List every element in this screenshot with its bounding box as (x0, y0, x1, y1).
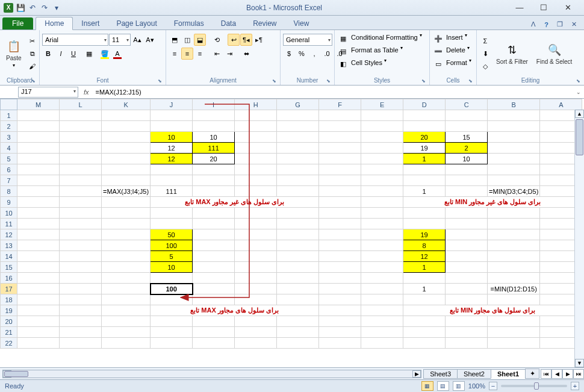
tab-nav-prev-icon[interactable]: ◀ (551, 369, 562, 379)
cell-C15[interactable] (446, 262, 488, 273)
cell-K6[interactable] (102, 164, 151, 175)
underline-button[interactable]: U (67, 48, 79, 60)
cell-F6[interactable] (319, 164, 361, 175)
cell-E14[interactable] (361, 251, 403, 262)
cell-J12[interactable]: 50 (151, 229, 193, 240)
cell-F17[interactable] (319, 284, 361, 294)
cell-J16[interactable] (151, 273, 193, 284)
cell-F5[interactable] (319, 154, 361, 164)
cell-F7[interactable] (319, 175, 361, 186)
normal-view-icon[interactable]: ▦ (421, 381, 433, 391)
tab-page-layout[interactable]: Page Layout (108, 17, 165, 30)
cell-I4[interactable]: 111 (193, 143, 235, 154)
undo-icon[interactable]: ↶ (28, 3, 37, 13)
tab-review[interactable]: Review (244, 17, 285, 30)
close-button[interactable]: ✕ (558, 2, 578, 14)
cell-D3[interactable]: 20 (403, 132, 446, 143)
ltr-icon[interactable]: ▸¶ (253, 34, 265, 46)
cell-D14[interactable]: 12 (403, 251, 446, 262)
format-cells-button[interactable]: ▭Format▾ (432, 58, 471, 70)
cell-G1[interactable] (277, 110, 319, 121)
cell-K10[interactable] (102, 208, 151, 219)
cell-F10[interactable] (319, 208, 361, 219)
cell-G15[interactable] (277, 262, 319, 273)
cell-C7[interactable] (446, 175, 488, 186)
autosum-icon[interactable]: Σ (479, 35, 491, 47)
cell-E17[interactable] (361, 284, 403, 294)
row-header-19[interactable]: 19 (1, 305, 17, 316)
cell-B18[interactable] (488, 294, 540, 305)
cell-J10[interactable] (151, 208, 193, 219)
cell-C14[interactable] (446, 251, 488, 262)
cell-G13[interactable] (277, 240, 319, 251)
column-header-M[interactable]: M (17, 99, 60, 110)
cell-F15[interactable] (319, 262, 361, 273)
cell-I10[interactable] (193, 208, 235, 219)
tab-data[interactable]: Data (213, 17, 244, 30)
cell-H18[interactable] (235, 294, 277, 305)
cell-E7[interactable] (361, 175, 403, 186)
cell-C1[interactable] (446, 110, 488, 121)
row-header-7[interactable]: 7 (1, 175, 17, 186)
increase-indent-icon[interactable]: ⇥ (223, 48, 235, 60)
row-header-16[interactable]: 16 (1, 273, 17, 284)
cell-D9[interactable]: تابع MIN برای سلول های غیر مجاور (403, 197, 582, 208)
zoom-thumb[interactable] (534, 382, 539, 390)
cell-H2[interactable] (235, 121, 277, 132)
cell-I11[interactable] (193, 219, 235, 229)
align-bottom-icon[interactable]: ⬓ (194, 34, 206, 46)
cell-E9[interactable] (361, 197, 403, 208)
cell-G21[interactable] (277, 327, 319, 338)
cell-G18[interactable] (277, 294, 319, 305)
cell-C10[interactable] (446, 208, 488, 219)
shrink-font-icon[interactable]: A▾ (144, 34, 156, 46)
column-header-C[interactable]: C (446, 99, 488, 110)
align-center-icon[interactable]: ≡ (181, 48, 193, 60)
cell-L7[interactable] (60, 175, 102, 186)
cell-I20[interactable] (193, 316, 235, 327)
cell-C5[interactable]: 10 (446, 154, 488, 164)
column-header-J[interactable]: J (151, 99, 193, 110)
cell-I13[interactable] (193, 240, 235, 251)
cell-K18[interactable] (102, 294, 151, 305)
cell-J9[interactable]: تابع MAX برای سلول های غیر مجاور (151, 197, 319, 208)
cell-M2[interactable] (17, 121, 60, 132)
tab-nav-first-icon[interactable]: ⏮ (541, 369, 551, 379)
scroll-up-icon[interactable]: ▲ (575, 110, 584, 118)
cell-E5[interactable] (361, 154, 403, 164)
cell-B4[interactable] (488, 143, 540, 154)
spreadsheet-grid[interactable]: MLKJIHGFEDCBA123101020154121111925122011… (0, 99, 582, 349)
cell-G20[interactable] (277, 316, 319, 327)
fx-icon[interactable]: fx (82, 89, 91, 96)
column-header-G[interactable]: G (277, 99, 319, 110)
cell-H22[interactable] (235, 338, 277, 349)
cell-L2[interactable] (60, 121, 102, 132)
cell-L15[interactable] (60, 262, 102, 273)
cell-E15[interactable] (361, 262, 403, 273)
cell-G3[interactable] (277, 132, 319, 143)
cell-H6[interactable] (235, 164, 277, 175)
cell-I14[interactable] (193, 251, 235, 262)
cell-C16[interactable] (446, 273, 488, 284)
row-header-9[interactable]: 9 (1, 197, 17, 208)
scroll-down-icon[interactable]: ▼ (575, 359, 584, 367)
number-format-combo[interactable]: General▾ (283, 34, 332, 46)
restore-window-icon[interactable]: ❐ (554, 19, 565, 30)
cell-F2[interactable] (319, 121, 361, 132)
increase-decimal-icon[interactable]: .0 (321, 48, 333, 60)
cell-E6[interactable] (361, 164, 403, 175)
cell-M12[interactable] (17, 229, 60, 240)
cell-F21[interactable] (319, 327, 361, 338)
cell-F20[interactable] (319, 316, 361, 327)
cell-J19[interactable]: تابع MAX برای سلول های مجاور (151, 305, 319, 316)
cell-D19[interactable]: تابع MIN برای سلول های مجاور (403, 305, 582, 316)
page-layout-view-icon[interactable]: ▤ (437, 381, 449, 391)
cell-J4[interactable]: 12 (151, 143, 193, 154)
cell-I16[interactable] (193, 273, 235, 284)
cell-K5[interactable] (102, 154, 151, 164)
tab-home[interactable]: Home (36, 17, 73, 30)
cell-I3[interactable]: 10 (193, 132, 235, 143)
cell-E12[interactable] (361, 229, 403, 240)
cell-F12[interactable] (319, 229, 361, 240)
cell-D1[interactable] (403, 110, 446, 121)
